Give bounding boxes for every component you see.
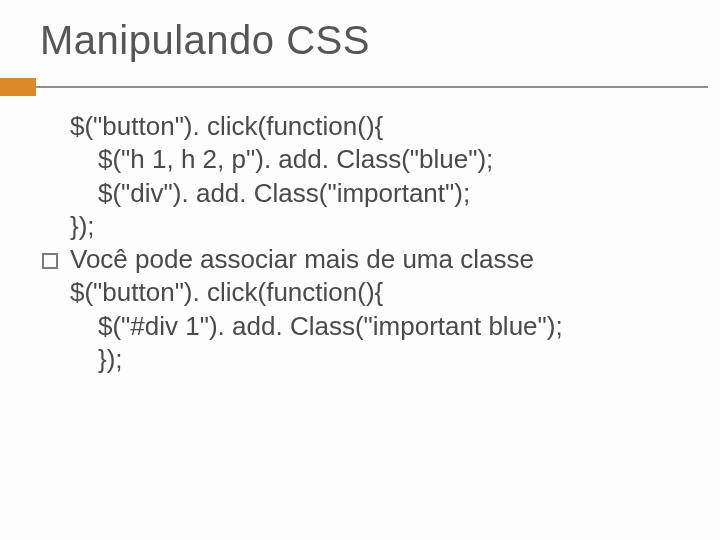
title-rule bbox=[0, 78, 720, 96]
code-line: }); bbox=[70, 210, 690, 243]
code-line: $("button"). click(function(){ bbox=[70, 276, 690, 309]
divider-line bbox=[36, 86, 708, 88]
bullet-text: Você pode associar mais de uma classe bbox=[70, 243, 534, 276]
code-line: $("div"). add. Class("important"); bbox=[70, 177, 690, 210]
slide-title: Manipulando CSS bbox=[40, 18, 370, 63]
slide-body: $("button"). click(function(){ $("h 1, h… bbox=[70, 110, 690, 376]
bullet-item: Você pode associar mais de uma classe bbox=[70, 243, 690, 276]
code-line: $("h 1, h 2, p"). add. Class("blue"); bbox=[70, 143, 690, 176]
code-line: $("button"). click(function(){ bbox=[70, 110, 690, 143]
slide: Manipulando CSS $("button"). click(funct… bbox=[0, 0, 720, 540]
code-line: $("#div 1"). add. Class("important blue"… bbox=[70, 310, 690, 343]
accent-block bbox=[0, 78, 36, 96]
code-line: }); bbox=[70, 343, 690, 376]
square-bullet-icon bbox=[42, 253, 58, 269]
